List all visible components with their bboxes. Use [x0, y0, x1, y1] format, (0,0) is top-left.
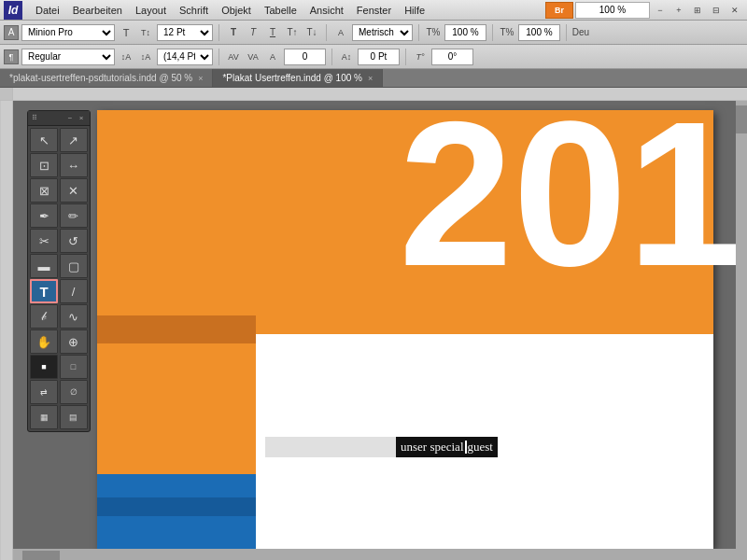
kern-icon: A: [264, 49, 281, 65]
scale-x-icon: T%: [425, 24, 442, 41]
guest-text-block[interactable]: unser special guest: [396, 437, 498, 457]
baseline-input[interactable]: [358, 49, 400, 65]
select-tool[interactable]: ↖: [30, 128, 58, 152]
pen-tool[interactable]: ✒: [30, 203, 58, 228]
none-color-btn[interactable]: ∅: [60, 380, 88, 404]
menu-fenster[interactable]: Fenster: [351, 3, 397, 18]
shape-tool[interactable]: ▢: [60, 254, 88, 278]
zoom-out-btn[interactable]: −: [652, 2, 669, 19]
scrollbar-v[interactable]: [736, 101, 747, 560]
gap-tool[interactable]: ↔: [60, 153, 88, 177]
menu-tabelle[interactable]: Tabelle: [259, 3, 303, 18]
white-content-right: unser special guest: [256, 334, 713, 549]
arrange-btn[interactable]: ⊟: [708, 2, 725, 19]
menu-ansicht[interactable]: Ansicht: [304, 3, 349, 18]
tab-1[interactable]: *plakat-usertreffen-psdtutorials.indd @ …: [0, 69, 213, 87]
zoom-tool[interactable]: ⊕: [60, 329, 88, 354]
para-indicator: ¶: [4, 49, 19, 64]
vertical-ruler: [0, 101, 13, 560]
hand-tool[interactable]: ✋: [30, 329, 58, 354]
font-size-icon: T↕: [137, 24, 154, 41]
left-orange-dark-stripe: [97, 315, 256, 343]
app-logo: Id: [4, 1, 22, 20]
blue-lower-panel: [97, 474, 256, 549]
tab-1-close[interactable]: ×: [198, 74, 203, 83]
stroke-color-box[interactable]: □: [60, 355, 88, 379]
page-tool[interactable]: ⊡: [30, 153, 58, 177]
menu-objekt[interactable]: Objekt: [216, 3, 257, 18]
blue-dark-stripe: [97, 497, 256, 516]
font-size-select[interactable]: 12 Pt: [157, 24, 213, 41]
canvas-area: ⠿ − × ↖ ↗ ⊡ ↔ ⊠ ✕ ✒ ✏ ✂: [13, 101, 747, 560]
leading-select[interactable]: (14,4 Pt): [157, 49, 213, 65]
superscript-btn[interactable]: T↑: [284, 24, 301, 41]
content-collector[interactable]: ✕: [60, 178, 88, 203]
tracking-icon2: VA: [245, 49, 261, 65]
toolbox-close[interactable]: ×: [77, 114, 86, 123]
kerning-icon: A: [332, 24, 349, 41]
baseline-icon: A↕: [338, 49, 355, 65]
guest-text-area: unser special guest: [265, 437, 498, 457]
scrollbar-h-thumb[interactable]: [22, 551, 60, 560]
paragraph-toolbar: ¶ Regular ↕A ↕A (14,4 Pt) AV VA A A↕ T°: [0, 45, 747, 69]
bold-btn[interactable]: T: [225, 24, 242, 41]
zoom-select[interactable]: 100 %: [575, 2, 650, 19]
menu-bar: Id Datei Bearbeiten Layout Schrift Objek…: [0, 0, 747, 21]
horizontal-ruler: // Draw tick marks for(var i=0;i<800;i+=…: [0, 88, 747, 101]
font-type-icon: T: [118, 24, 134, 41]
font-name-select[interactable]: Minion Pro: [21, 24, 115, 41]
menu-bearbeiten[interactable]: Bearbeiten: [67, 3, 128, 18]
tab-2[interactable]: *Plakat Usertreffen.indd @ 100 % ×: [213, 69, 383, 87]
rect-frame-tool[interactable]: ⊠: [30, 178, 58, 203]
font-style-select[interactable]: Regular: [21, 49, 115, 65]
skew-input[interactable]: [431, 49, 473, 65]
leading-icon: ↕A: [118, 49, 134, 65]
scrollbar-v-thumb[interactable]: [736, 105, 747, 133]
bridge-button[interactable]: Br: [545, 2, 573, 19]
view-preview-btn[interactable]: ▤: [60, 405, 88, 429]
toolbox-titlebar: ⠿ − ×: [28, 111, 90, 126]
smooth-tool[interactable]: ∿: [60, 304, 88, 329]
view-normal-btn[interactable]: ▦: [30, 405, 58, 429]
menu-schrift[interactable]: Schrift: [174, 3, 214, 18]
toolbox-minimize[interactable]: −: [65, 114, 75, 123]
layout-btn[interactable]: ⊞: [689, 2, 706, 19]
skew-icon: T°: [412, 49, 429, 65]
scale-y-icon: T%: [499, 24, 515, 41]
fill-color-box[interactable]: ■: [30, 355, 58, 379]
close-btn[interactable]: ✕: [726, 2, 743, 19]
pencil-tool[interactable]: ✏: [60, 203, 88, 228]
ruler-h-track: // Draw tick marks for(var i=0;i<800;i+=…: [13, 88, 747, 100]
subscript-btn[interactable]: T↓: [303, 24, 320, 41]
scale-y-input[interactable]: [518, 24, 560, 41]
toolbox-panel: ⠿ − × ↖ ↗ ⊡ ↔ ⊠ ✕ ✒ ✏ ✂: [27, 110, 91, 432]
type-tool[interactable]: T: [30, 279, 58, 303]
document-page: 201 unser special guest: [97, 110, 713, 549]
toolbox-grip: ⠿: [32, 114, 38, 122]
scale-x-input[interactable]: [444, 24, 486, 41]
tracking-input[interactable]: [284, 49, 326, 65]
eyedropper-tool[interactable]: 𝒷: [30, 304, 58, 329]
tool-grid: ↖ ↗ ⊡ ↔ ⊠ ✕ ✒ ✏ ✂ ↺ ▬ ▢ T /: [28, 126, 90, 431]
underline-btn[interactable]: T: [264, 24, 281, 41]
line-tool[interactable]: /: [60, 279, 88, 303]
ruler-corner: [0, 88, 13, 101]
guest-text-before: unser special: [401, 440, 464, 455]
character-toolbar: A Minion Pro T T↕ 12 Pt T T T T↑ T↓ A Me…: [0, 21, 747, 45]
italic-btn[interactable]: T: [245, 24, 261, 41]
rotate-tool[interactable]: ↺: [60, 229, 88, 253]
scrollbar-h[interactable]: [13, 549, 736, 560]
direct-select-tool[interactable]: ↗: [60, 128, 88, 152]
zoom-in-btn[interactable]: +: [670, 2, 687, 19]
menu-layout[interactable]: Layout: [130, 3, 172, 18]
unit-select[interactable]: Metrisch: [352, 24, 413, 41]
tab-bar: *plakat-usertreffen-psdtutorials.indd @ …: [0, 69, 747, 88]
lang-label: Deu: [572, 24, 589, 41]
menu-hilfe[interactable]: Hilfe: [399, 3, 430, 18]
guest-text-after: guest: [468, 440, 493, 455]
rect-tool[interactable]: ▬: [30, 254, 58, 278]
menu-datei[interactable]: Datei: [30, 3, 65, 18]
tab-2-close[interactable]: ×: [368, 74, 373, 83]
scissors-tool[interactable]: ✂: [30, 229, 58, 253]
swap-colors-btn[interactable]: ⇄: [30, 380, 58, 404]
